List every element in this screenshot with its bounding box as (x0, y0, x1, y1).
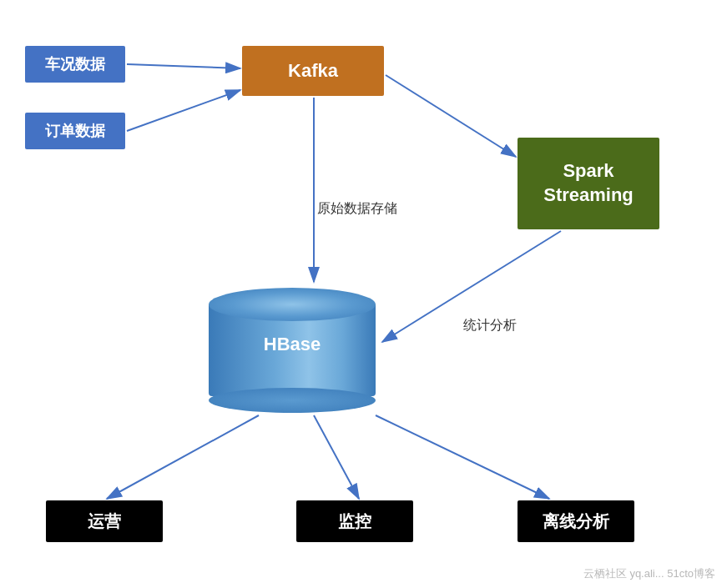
lixian-node: 离线分析 (518, 500, 634, 542)
spark-label: SparkStreaming (543, 159, 634, 207)
kafka-node: Kafka (242, 46, 384, 96)
dingdan-node: 订单数据 (25, 113, 125, 149)
cylinder-bottom (209, 388, 376, 413)
svg-line-4 (386, 75, 516, 157)
cylinder-top (209, 288, 376, 321)
hbase-label: HBase (209, 334, 376, 355)
svg-line-2 (127, 64, 240, 68)
dingdan-label: 订单数据 (45, 121, 105, 141)
jiankong-label: 监控 (338, 510, 371, 533)
svg-line-3 (127, 90, 240, 131)
svg-line-7 (107, 415, 259, 499)
kafka-label: Kafka (288, 60, 338, 82)
yunying-node: 运营 (46, 500, 163, 542)
spark-node: SparkStreaming (518, 138, 659, 229)
svg-line-9 (376, 415, 549, 499)
yunying-label: 运营 (88, 510, 121, 533)
svg-line-8 (314, 415, 359, 499)
cheche-label: 车况数据 (45, 54, 105, 74)
label-tongji: 统计分析 (463, 317, 517, 334)
label-yuanshi: 原始数据存储 (317, 200, 397, 218)
diagram-container: 车况数据 订单数据 Kafka SparkStreaming HBase 原始数… (0, 0, 722, 588)
lixian-label: 离线分析 (543, 510, 609, 533)
jiankong-node: 监控 (296, 500, 413, 542)
watermark: 云栖社区 yq.ali... 51cto博客 (583, 566, 715, 581)
cheche-node: 车况数据 (25, 46, 125, 83)
hbase-node: HBase (209, 284, 376, 417)
